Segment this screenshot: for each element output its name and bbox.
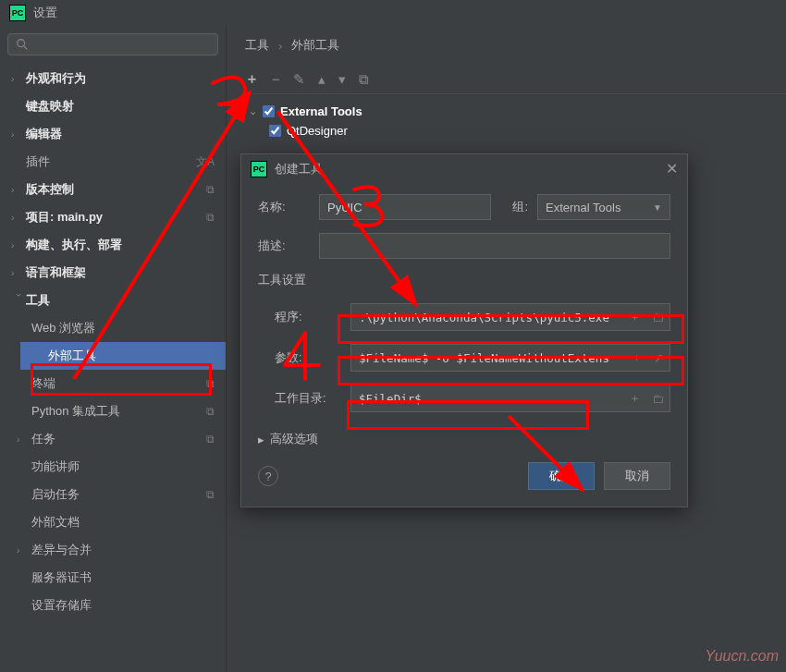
window-title: 设置 — [33, 5, 57, 21]
sidebar-item-startup-tasks[interactable]: 启动任务⧉ — [28, 481, 218, 508]
browse-button[interactable]: 🗀 — [646, 311, 669, 324]
name-label: 名称: — [258, 199, 310, 215]
sidebar-item-diff-merge[interactable]: ›差异与合并 — [28, 536, 218, 564]
tool-settings-section: 工具设置 — [258, 272, 670, 288]
desc-label: 描述: — [258, 238, 310, 254]
browse-button[interactable]: 🗀 — [646, 392, 669, 406]
copy-icon: ⧉ — [206, 488, 215, 501]
breadcrumb-parent: 工具 — [245, 37, 269, 54]
search-input[interactable] — [7, 33, 218, 55]
insert-macro-button[interactable]: ＋ — [623, 390, 646, 407]
sidebar-item-tasks[interactable]: ›任务⧉ — [28, 425, 218, 453]
sidebar-item-python-tools[interactable]: Python 集成工具⧉ — [28, 397, 218, 425]
copy-button[interactable]: ⧉ — [359, 71, 369, 88]
sidebar-item-vcs[interactable]: ›版本控制⧉ — [7, 176, 218, 203]
tool-checkbox[interactable] — [269, 125, 281, 137]
cancel-button[interactable]: 取消 — [604, 462, 670, 490]
copy-icon: ⧉ — [206, 433, 215, 446]
sidebar-item-editor[interactable]: ›编辑器 — [7, 120, 218, 148]
settings-sidebar: ›外观和行为 键盘映射 ›编辑器 插件文A ›版本控制⧉ ›项目: main.p… — [0, 26, 227, 672]
external-tools-tree: ⌄ External Tools QtDesigner — [245, 102, 786, 141]
chevron-right-icon: › — [278, 39, 282, 53]
breadcrumb-current: 外部工具 — [291, 37, 339, 54]
expand-button[interactable]: ↗ — [648, 351, 669, 365]
insert-macro-button[interactable]: ＋ — [623, 309, 646, 325]
args-input[interactable] — [351, 345, 625, 371]
desc-input[interactable] — [319, 233, 670, 259]
chevron-down-icon: ⌄ — [249, 105, 257, 117]
advanced-options-toggle[interactable]: ▸ 高级选项 — [258, 431, 670, 447]
external-tools-toolbar: ＋ − ✎ ▴ ▾ ⧉ — [245, 70, 786, 94]
workdir-input[interactable] — [351, 385, 623, 411]
group-dropdown[interactable]: External Tools ▼ — [537, 194, 670, 220]
sidebar-item-build[interactable]: ›构建、执行、部署 — [7, 231, 218, 259]
sidebar-item-tools[interactable]: ›工具 — [7, 287, 218, 314]
dialog-title: 创建工具 — [275, 161, 323, 177]
svg-point-0 — [18, 40, 25, 47]
sidebar-item-project[interactable]: ›项目: main.py⧉ — [7, 203, 218, 231]
up-button[interactable]: ▴ — [318, 71, 325, 88]
ok-button[interactable]: 确定 — [528, 462, 595, 490]
titlebar: PC 设置 — [0, 0, 786, 26]
sidebar-item-server-certs[interactable]: 服务器证书 — [28, 564, 218, 592]
chevron-right-icon: ▸ — [258, 433, 264, 446]
svg-line-1 — [24, 46, 28, 50]
watermark: Yuucn.com — [706, 648, 779, 665]
add-button[interactable]: ＋ — [245, 70, 259, 88]
create-tool-dialog: PC 创建工具 ✕ 名称: 组: External Tools ▼ 描述: 工具… — [240, 153, 688, 507]
program-label: 程序: — [275, 309, 341, 325]
insert-macro-button[interactable]: ＋ — [625, 349, 648, 366]
sidebar-item-plugins[interactable]: 插件文A — [7, 148, 218, 176]
group-checkbox[interactable] — [263, 105, 275, 117]
pycharm-icon: PC — [251, 161, 267, 177]
down-button[interactable]: ▾ — [338, 71, 346, 88]
copy-icon: ⧉ — [206, 211, 215, 224]
name-input[interactable] — [319, 194, 491, 220]
sidebar-item-feature-trainer[interactable]: 功能讲师 — [28, 453, 218, 481]
sidebar-item-external-tools[interactable]: 外部工具 — [20, 342, 226, 370]
sidebar-item-external-docs[interactable]: 外部文档 — [28, 508, 218, 536]
copy-icon: ⧉ — [206, 377, 215, 390]
remove-button[interactable]: − — [272, 71, 280, 87]
sidebar-item-lang[interactable]: ›语言和框架 — [7, 259, 218, 287]
sidebar-item-appearance[interactable]: ›外观和行为 — [7, 65, 218, 92]
sidebar-item-terminal[interactable]: 终端⧉ — [28, 370, 218, 397]
chevron-down-icon: ▼ — [653, 202, 662, 213]
tool-group-row[interactable]: ⌄ External Tools — [249, 102, 786, 121]
pycharm-icon: PC — [9, 5, 26, 21]
copy-icon: ⧉ — [206, 183, 215, 196]
program-input[interactable] — [351, 304, 623, 330]
sidebar-item-web-browsers[interactable]: Web 浏览器 — [28, 314, 218, 342]
workdir-label: 工作目录: — [275, 390, 341, 407]
sidebar-item-settings-repo[interactable]: 设置存储库 — [28, 592, 218, 619]
args-label: 参数: — [275, 349, 341, 366]
close-button[interactable]: ✕ — [666, 160, 678, 177]
edit-button[interactable]: ✎ — [293, 71, 305, 88]
tool-item-row[interactable]: QtDesigner — [249, 121, 786, 141]
breadcrumb: 工具 › 外部工具 — [245, 37, 786, 54]
help-button[interactable]: ? — [258, 466, 278, 486]
copy-icon: ⧉ — [206, 405, 215, 418]
sidebar-item-keymap[interactable]: 键盘映射 — [7, 92, 218, 120]
group-label: 组: — [500, 199, 528, 215]
translate-icon: 文A — [196, 154, 215, 170]
search-icon — [16, 38, 29, 51]
